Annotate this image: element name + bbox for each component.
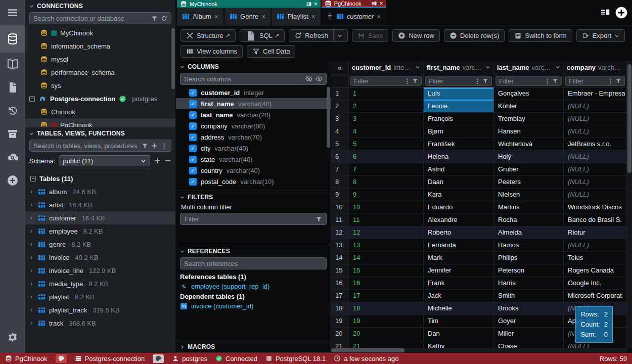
tab-Playlist[interactable]: Playlist× (272, 8, 320, 25)
grid-filter-input-last_name[interactable] (499, 77, 543, 85)
theme-palette-chip[interactable] (153, 354, 164, 363)
checkbox-checked-icon[interactable]: ✓ (189, 145, 197, 152)
grid-cell-last_name[interactable]: Almeida (494, 226, 564, 239)
grid-row-number[interactable]: 13 (331, 239, 349, 252)
grid-cell-company[interactable]: (NULL) (564, 163, 627, 176)
filter-funnel-icon[interactable] (482, 78, 488, 84)
grid-cell-last_name[interactable]: Harris (494, 277, 564, 290)
column-item-postal_code[interactable]: ✓postal_codevarchar(10) (176, 176, 331, 187)
grid-cell-first_name[interactable]: Frank (424, 277, 494, 290)
grid-cell-first_name[interactable]: Alexandre (424, 214, 494, 226)
grid-cell-company[interactable]: (NULL) (564, 113, 627, 125)
table-item-track[interactable]: ›track368.6 KB (25, 316, 175, 330)
grid-cell-customer_id[interactable]: 20 (349, 328, 424, 340)
columns-scrollbar[interactable] (327, 87, 330, 148)
grid-cell-first_name[interactable]: Luís (424, 87, 494, 100)
connection-item-MyChinook[interactable]: MyChinook (25, 26, 175, 39)
grid-row-number[interactable]: 10 (331, 201, 349, 214)
table-item-artist[interactable]: ›artist16.4 KB (25, 198, 175, 211)
grid-row-number[interactable]: 16 (331, 277, 349, 290)
collapse-box-icon[interactable] (29, 96, 35, 102)
chevron-right-icon[interactable]: › (30, 267, 34, 274)
grid-cell-first_name[interactable]: François (424, 113, 494, 125)
add-icon[interactable] (151, 143, 158, 149)
grid-cell-customer_id[interactable]: 11 (349, 214, 424, 226)
close-tab-icon[interactable]: × (311, 13, 315, 21)
status-item-postgres[interactable]: postgres (172, 355, 207, 362)
grid-cell-company[interactable]: Embraer - Empresa (564, 87, 627, 100)
grid-cell-last_name[interactable]: Brooks (494, 302, 564, 315)
grid-cell-last_name[interactable]: Philips (494, 252, 564, 264)
macros-section-header[interactable]: MACROS (176, 341, 331, 352)
grid-cell-first_name[interactable]: Jennifer (424, 264, 494, 277)
grid-row-number[interactable]: 12 (331, 226, 349, 239)
grid-filter-input-first_name[interactable] (429, 77, 473, 85)
grid-horizontal-scrollbar[interactable] (331, 348, 627, 353)
column-item-city[interactable]: ✓cityvarchar(40) (176, 143, 331, 154)
connection-item-PgChinook[interactable]: PgChinook (25, 118, 175, 127)
table-item-customer[interactable]: ›customer16.4 KB (25, 211, 175, 224)
view-columns-button[interactable]: View columns (180, 45, 243, 58)
rail-book-button[interactable] (0, 53, 25, 76)
filter-funnel-icon[interactable] (142, 143, 148, 149)
grid-filter-input-customer_id[interactable] (354, 77, 402, 85)
status-item-a-few-seconds-ago[interactable]: a few seconds ago (334, 355, 398, 362)
grid-cell-company[interactable]: (NULL) (564, 189, 627, 201)
grid-collapse-columns-button[interactable]: « (331, 61, 349, 74)
rail-file-button[interactable] (0, 76, 25, 99)
grid-cell-first_name[interactable]: Dan (424, 328, 494, 340)
column-item-country[interactable]: ✓countryvarchar(40) (176, 165, 331, 176)
checkbox-checked-icon[interactable]: ✓ (189, 167, 197, 174)
more-dots-icon[interactable]: ⋮ (544, 77, 551, 85)
connections-scrollbar[interactable] (171, 28, 175, 89)
grid-cell-last_name[interactable]: Hansen (494, 125, 564, 138)
grid-cell-customer_id[interactable]: 18 (349, 302, 424, 315)
sql-button[interactable]: SQL↗ (240, 29, 285, 42)
rail-gear-button[interactable] (0, 326, 25, 349)
rail-cloud-search-button[interactable] (0, 146, 25, 169)
tab-group-strip[interactable]: PgChinook× (322, 0, 386, 8)
close-tab-icon[interactable]: × (377, 13, 381, 21)
column-item-last_name[interactable]: ✓last_namevarchar(20) (176, 109, 331, 120)
grid-row-number[interactable]: 4 (331, 125, 349, 138)
grid-filter-input-company[interactable] (569, 77, 606, 85)
connection-item-mysql[interactable]: mysql (25, 53, 175, 66)
chevron-right-icon[interactable]: › (30, 228, 34, 235)
grid-cell-first_name[interactable]: Jack (424, 290, 494, 302)
grid-cell-company[interactable]: Riotur (564, 226, 627, 239)
connection-item-performance_schema[interactable]: performance_schema (25, 66, 175, 79)
grid-row-number[interactable]: 18 (331, 302, 349, 315)
grid-cell-customer_id[interactable]: 12 (349, 226, 424, 239)
references-section-header[interactable]: REFERENCES (176, 245, 331, 256)
grid-cell-last_name[interactable]: Goyer (494, 315, 564, 328)
close-tab-icon[interactable]: × (261, 13, 265, 21)
checkbox-checked-icon[interactable]: ✓ (189, 178, 197, 186)
grid-cell-last_name[interactable]: Wichterlová (494, 138, 564, 151)
grid-cell-customer_id[interactable]: 4 (349, 125, 424, 138)
grid-cell-company[interactable]: (NULL) (564, 176, 627, 189)
grid-cell-customer_id[interactable]: 19 (349, 315, 424, 328)
grid-cell-customer_id[interactable]: 1 (349, 87, 424, 100)
layout-sm-icon[interactable] (306, 1, 312, 7)
filter-funnel-icon[interactable] (315, 216, 322, 222)
grid-cell-customer_id[interactable]: 10 (349, 201, 424, 214)
grid-cell-last_name[interactable]: Peterson (494, 264, 564, 277)
filter-funnel-icon[interactable] (552, 78, 558, 84)
grid-cell-company[interactable]: (NULL) (564, 151, 627, 163)
rail-history-button[interactable] (0, 99, 25, 122)
grid-row-number[interactable]: 17 (331, 290, 349, 302)
chevron-right-icon[interactable]: › (30, 201, 34, 208)
cell-data-button[interactable]: Cell Data (247, 45, 295, 58)
status-item-theme[interactable] (153, 354, 164, 363)
checkbox-checked-icon[interactable]: ✓ (189, 111, 197, 119)
connection-item-sys[interactable]: sys (25, 79, 175, 92)
theme-palette-chip[interactable] (56, 354, 67, 363)
column-menu-chevron-icon[interactable] (485, 65, 490, 70)
multi-column-filter-input[interactable] (185, 215, 315, 223)
switch-to-form-button[interactable]: Switch to form (509, 29, 572, 42)
grid-cell-company[interactable]: JetBrains s.r.o. (564, 138, 627, 151)
reference-link[interactable]: employee (support_rep_id) (176, 282, 331, 291)
grid-cell-first_name[interactable]: František (424, 138, 494, 151)
grid-row-number[interactable]: 2 (331, 100, 349, 113)
chevron-right-icon[interactable]: › (30, 241, 34, 248)
